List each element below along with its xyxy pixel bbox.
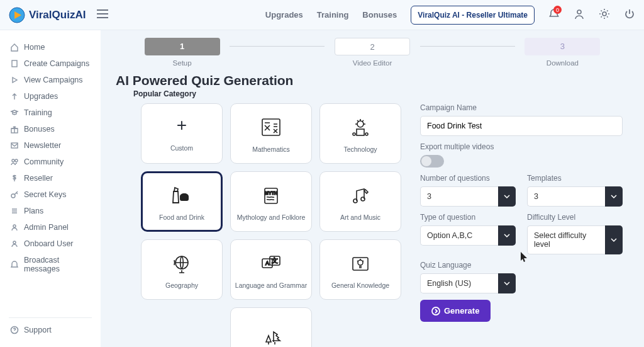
step-number: 2 (335, 38, 410, 55)
select-value: Option A,B,C (420, 225, 498, 246)
campaign-name-label: Campaign Name (420, 103, 623, 112)
nav-upgrades[interactable]: Upgrades (265, 10, 303, 20)
category-label: Art and Music (340, 213, 380, 222)
sidebar-item-broadcast[interactable]: Broadcast messages (0, 252, 101, 277)
plus-icon: + (177, 115, 187, 135)
sidebar-nav: Home Create Campaigns View Campaigns Upg… (0, 39, 101, 314)
category-label: Language and Grammar (235, 282, 307, 290)
svg-point-8 (15, 159, 18, 162)
sidebar-item-label: Support (24, 326, 52, 334)
templates-select[interactable]: 3 (527, 186, 623, 207)
sidebar-item-upgrades[interactable]: Upgrades (0, 88, 101, 105)
sidebar-item-label: Secret Keys (24, 190, 66, 199)
main-content: 1 Setup 2 Video Editor 3 Download AI Pow… (101, 30, 644, 347)
up-icon (10, 92, 19, 101)
chevron-down-icon (605, 225, 623, 254)
quiz-language-select[interactable]: English (US) (420, 273, 516, 293)
mail-icon (10, 141, 19, 150)
nav-training[interactable]: Training (317, 10, 349, 20)
difficulty-select[interactable]: Select difficulty level (527, 225, 623, 254)
arrow-right-icon (431, 307, 440, 316)
art-icon (347, 182, 374, 210)
category-art-music[interactable]: Art and Music (319, 171, 401, 232)
svg-point-17 (365, 133, 368, 135)
sidebar-item-bonuses[interactable]: Bonuses (0, 121, 101, 137)
category-label: Mythology and Folklore (237, 213, 306, 222)
category-nature[interactable] (230, 307, 312, 347)
bell-icon (10, 260, 19, 269)
sidebar-item-create[interactable]: Create Campaigns (0, 55, 101, 72)
category-label: Technology (343, 145, 377, 154)
step-number: 3 (525, 38, 600, 55)
sidebar-item-onboard[interactable]: Onboard User (0, 236, 101, 252)
step-video-editor[interactable]: 2 Video Editor (325, 38, 419, 67)
svg-point-16 (353, 133, 355, 135)
lang-icon: 文A (257, 250, 285, 278)
sidebar-item-admin[interactable]: Admin Panel (0, 219, 101, 236)
notif-count: 0 (553, 6, 562, 14)
bell-icon[interactable]: 0 (548, 8, 560, 21)
category-geography[interactable]: Geography (141, 239, 223, 300)
category-label: Food and Drink (159, 213, 204, 222)
type-question-select[interactable]: Option A,B,C (420, 225, 516, 246)
logo-text: ViralQuizAI (29, 9, 86, 21)
category-custom[interactable]: + Custom (141, 103, 223, 164)
svg-point-11 (13, 241, 16, 244)
category-technology[interactable]: Technology (319, 103, 401, 164)
step-download[interactable]: 3 Download (515, 38, 610, 67)
category-label: Mathematics (252, 145, 290, 154)
sidebar-item-home[interactable]: Home (0, 39, 101, 55)
food-icon (168, 182, 196, 210)
category-subtitle: Popular Category (133, 89, 629, 98)
users-icon (10, 157, 19, 166)
sidebar-item-plans[interactable]: Plans (0, 203, 101, 219)
sidebar: Home Create Campaigns View Campaigns Upg… (0, 30, 101, 347)
svg-point-28 (358, 260, 363, 265)
campaign-name-input[interactable] (420, 116, 623, 136)
sidebar-item-label: Training (24, 108, 52, 117)
category-mythology[interactable]: MYTH Mythology and Folklore (230, 171, 312, 232)
logo[interactable]: ViralQuizAI (9, 7, 86, 23)
sidebar-item-community[interactable]: Community (0, 154, 101, 170)
category-general[interactable]: General Knowledge (319, 239, 401, 300)
num-questions-select[interactable]: 3 (420, 186, 516, 207)
step-label: Video Editor (325, 59, 419, 67)
sidebar-item-view[interactable]: View Campaigns (0, 72, 101, 88)
plan-badge[interactable]: ViralQuiz AI - Reseller Ultimate (411, 6, 535, 25)
svg-rect-6 (11, 143, 18, 148)
generate-button[interactable]: Generate (420, 300, 491, 322)
chevron-down-icon (498, 273, 516, 293)
sidebar-item-newsletter[interactable]: Newsletter (0, 137, 101, 154)
category-mathematics[interactable]: Mathematics (230, 103, 312, 164)
select-value: 3 (527, 186, 605, 207)
sidebar-item-label: Broadcast messages (24, 256, 91, 273)
export-videos-toggle[interactable] (420, 155, 444, 168)
sidebar-support[interactable]: Support (0, 322, 101, 338)
power-icon[interactable] (624, 8, 635, 21)
sidebar-item-label: Create Campaigns (24, 59, 89, 68)
top-nav: Upgrades Training Bonuses ViralQuiz AI -… (265, 6, 635, 25)
category-language[interactable]: 文A Language and Grammar (230, 239, 312, 300)
profile-icon[interactable] (574, 8, 585, 21)
bulb-icon (347, 250, 374, 278)
topbar: ViralQuizAI Upgrades Training Bonuses Vi… (0, 0, 644, 30)
gear-icon[interactable] (599, 8, 610, 21)
list-icon (10, 207, 19, 215)
sidebar-item-keys[interactable]: Secret Keys (0, 186, 101, 203)
home-icon (10, 43, 19, 52)
category-food-drink[interactable]: Food and Drink (141, 171, 223, 232)
nav-bonuses[interactable]: Bonuses (362, 10, 397, 20)
chevron-down-icon (498, 186, 516, 207)
sidebar-item-reseller[interactable]: Reseller (0, 170, 101, 186)
select-value: 3 (420, 186, 498, 207)
svg-text:文: 文 (272, 257, 278, 264)
sidebar-item-label: Bonuses (24, 125, 55, 134)
svg-point-3 (602, 12, 606, 16)
menu-toggle-icon[interactable] (97, 9, 108, 20)
export-videos-label: Export multiple videos (420, 142, 623, 151)
step-setup[interactable]: 1 Setup (135, 38, 230, 67)
sidebar-item-label: Admin Panel (24, 223, 69, 232)
category-grid: + Custom Mathematics Technology Food and… (141, 103, 401, 347)
quiz-form: Campaign Name Export multiple videos Num… (420, 103, 629, 347)
sidebar-item-training[interactable]: Training (0, 105, 101, 121)
